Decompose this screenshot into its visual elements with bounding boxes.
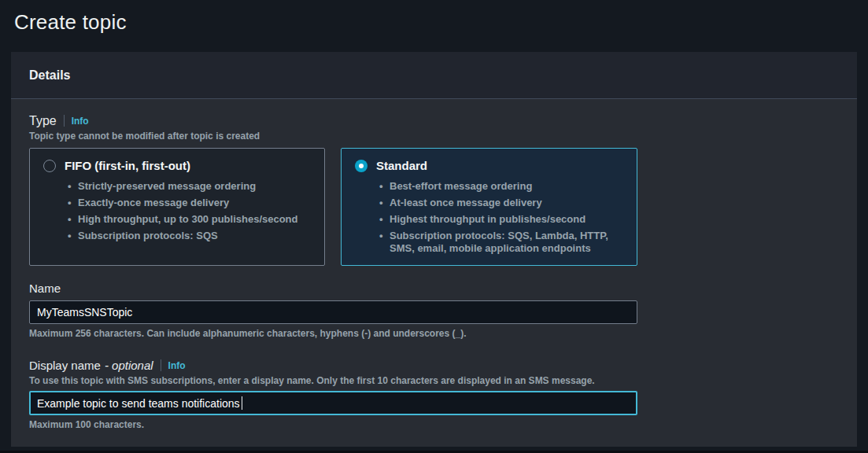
display-name-constraint: Maximum 100 characters. — [29, 419, 839, 430]
type-description: Topic type cannot be modified after topi… — [29, 131, 839, 142]
name-label: Name — [29, 282, 839, 296]
display-name-optional-label: - optional — [105, 359, 153, 372]
display-name-label-row: Display name - optional Info — [29, 358, 839, 373]
display-name-info-link[interactable]: Info — [168, 360, 186, 371]
standard-bullet: At-least once message delivery — [379, 197, 627, 209]
fifo-bullet: Exactly-once message delivery — [68, 197, 315, 209]
name-input[interactable] — [29, 300, 637, 324]
standard-bullet: Highest throughput in publishes/second — [379, 213, 627, 226]
type-label: Type — [29, 114, 57, 128]
details-heading: Details — [29, 68, 70, 83]
fifo-bullet: Subscription protocols: SQS — [68, 230, 315, 242]
display-name-label: Display name — [29, 359, 101, 372]
standard-bullet: Subscription protocols: SQS, Lambda, HTT… — [379, 230, 627, 255]
label-info-divider — [64, 115, 65, 127]
name-constraint: Maximum 256 characters. Can include alph… — [29, 328, 839, 339]
display-name-input-value: Example topic to send teams notification… — [37, 397, 240, 410]
fifo-bullet: Strictly-preserved message ordering — [68, 180, 315, 193]
standard-option-bullets: Best-effort message ordering At-least on… — [355, 180, 627, 255]
standard-option-title-row: Standard — [355, 159, 627, 172]
fifo-option-label: FIFO (first-in, first-out) — [65, 159, 190, 172]
display-name-input[interactable]: Example topic to send teams notification… — [29, 391, 637, 415]
fifo-bullet: High throughput, up to 300 publishes/sec… — [68, 213, 315, 226]
standard-topic-option[interactable]: Standard Best-effort message ordering At… — [341, 148, 637, 266]
fifo-option-title-row: FIFO (first-in, first-out) — [43, 159, 315, 172]
label-info-divider — [161, 359, 161, 371]
fifo-option-bullets: Strictly-preserved message ordering Exac… — [43, 180, 315, 242]
standard-radio[interactable] — [355, 160, 368, 172]
display-name-field: Display name - optional Info To use this… — [29, 358, 839, 430]
standard-bullet: Best-effort message ordering — [379, 180, 627, 193]
topic-type-tiles: FIFO (first-in, first-out) Strictly-pres… — [29, 148, 839, 266]
page-title: Create topic — [0, 0, 868, 34]
type-label-row: Type Info — [29, 113, 839, 128]
fifo-radio[interactable] — [43, 160, 56, 172]
details-panel: Details Type Info Topic type cannot be m… — [11, 52, 857, 447]
display-name-description: To use this topic with SMS subscriptions… — [29, 375, 839, 386]
text-cursor — [242, 396, 242, 410]
name-field: Name Maximum 256 characters. Can include… — [29, 282, 839, 339]
type-info-link[interactable]: Info — [72, 116, 89, 127]
fifo-topic-option[interactable]: FIFO (first-in, first-out) Strictly-pres… — [29, 148, 325, 266]
details-panel-body: Type Info Topic type cannot be modified … — [11, 99, 857, 430]
type-field: Type Info Topic type cannot be modified … — [29, 113, 839, 266]
details-panel-header: Details — [11, 52, 857, 99]
standard-option-label: Standard — [376, 159, 427, 172]
